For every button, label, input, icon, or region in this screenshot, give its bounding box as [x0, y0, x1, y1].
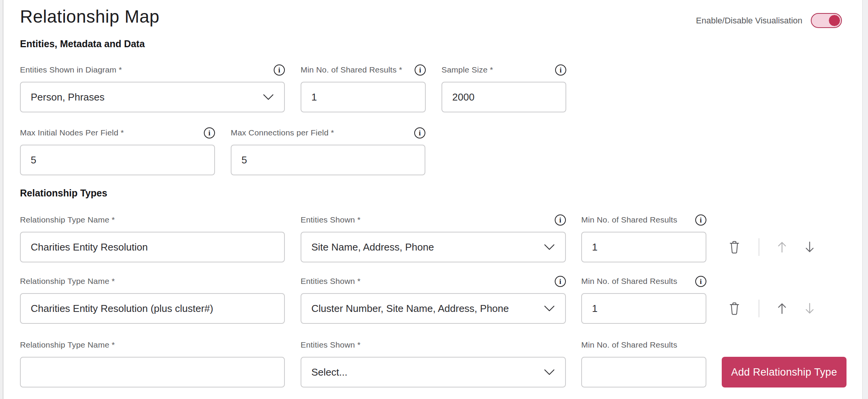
- field-relationship-type-name: Relationship Type Name *: [20, 339, 285, 387]
- max-initial-nodes-input[interactable]: [20, 145, 215, 175]
- field-entities-shown: Entities Shown * i Cluster Number, Site …: [301, 275, 566, 324]
- field-label: Relationship Type Name *: [20, 277, 115, 286]
- entities-shown-in-diagram-select[interactable]: Person, Phrases: [20, 82, 285, 112]
- entities-metadata-row-2: Max Initial Nodes Per Field * i Max Conn…: [20, 127, 849, 175]
- field-label: Relationship Type Name *: [20, 215, 115, 224]
- field-label: Entities Shown *: [301, 215, 360, 224]
- field-label: Max Initial Nodes Per Field *: [20, 128, 124, 137]
- select-value: Person, Phrases: [31, 91, 104, 103]
- section-heading-entities: Entities, Metadata and Data: [20, 38, 849, 49]
- field-max-connections: Max Connections per Field * i: [231, 127, 425, 175]
- chevron-down-icon: [263, 94, 274, 101]
- field-entities-shown: Entities Shown * i Site Name, Address, P…: [301, 214, 566, 262]
- relationship-type-name-input[interactable]: [20, 357, 285, 387]
- page-title: Relationship Map: [20, 6, 849, 27]
- min-shared-results-input[interactable]: [301, 82, 426, 112]
- info-icon[interactable]: i: [695, 276, 706, 287]
- field-max-initial-nodes: Max Initial Nodes Per Field * i: [20, 127, 215, 175]
- select-value: Cluster Number, Site Name, Address, Phon…: [311, 303, 509, 315]
- chevron-down-icon: [544, 244, 555, 251]
- entities-shown-select[interactable]: Site Name, Address, Phone: [301, 232, 566, 262]
- select-placeholder: Select...: [311, 366, 347, 378]
- field-label: Min No. of Shared Results *: [301, 65, 402, 74]
- info-icon[interactable]: i: [555, 64, 566, 76]
- chevron-down-icon: [544, 305, 555, 312]
- chevron-down-icon: [544, 369, 555, 376]
- field-label: Entities Shown *: [301, 277, 360, 286]
- arrow-up-icon[interactable]: [776, 241, 788, 253]
- entities-shown-select[interactable]: Select...: [301, 357, 566, 387]
- row-action-icons: [729, 293, 815, 324]
- relationship-type-name-input[interactable]: [20, 232, 285, 262]
- row-action-icons: [729, 232, 815, 262]
- field-label: Entities Shown in Diagram *: [20, 65, 122, 74]
- min-shared-results-input[interactable]: [581, 293, 706, 324]
- field-relationship-type-name: Relationship Type Name *: [20, 214, 285, 262]
- min-shared-results-input[interactable]: [581, 357, 706, 387]
- info-icon[interactable]: i: [274, 64, 285, 76]
- field-label: Min No. of Shared Results: [581, 215, 677, 224]
- left-panel-edge: [0, 0, 3, 399]
- add-relationship-type-button[interactable]: Add Relationship Type: [722, 357, 847, 387]
- field-label: Min No. of Shared Results: [581, 340, 677, 350]
- info-icon[interactable]: i: [555, 276, 566, 287]
- trash-icon[interactable]: [729, 240, 740, 254]
- field-label: Relationship Type Name *: [20, 340, 115, 350]
- field-entities-shown-in-diagram: Entities Shown in Diagram * i Person, Ph…: [20, 64, 285, 112]
- icons-divider: [759, 300, 759, 317]
- arrow-down-icon[interactable]: [804, 302, 815, 315]
- field-min-shared-results: Min No. of Shared Results * i: [301, 64, 426, 112]
- field-min-shared-results: Min No. of Shared Results: [581, 339, 706, 387]
- field-label: Entities Shown *: [301, 340, 360, 350]
- relationship-type-name-input[interactable]: [20, 293, 285, 324]
- field-relationship-type-name: Relationship Type Name *: [20, 275, 285, 324]
- arrow-up-icon[interactable]: [776, 302, 788, 315]
- field-min-shared-results: Min No. of Shared Results i: [581, 275, 706, 324]
- info-icon[interactable]: i: [204, 127, 215, 138]
- icons-divider: [759, 238, 759, 256]
- info-icon[interactable]: i: [414, 127, 425, 138]
- relationship-type-row-2: Relationship Type Name * Entities Shown …: [20, 275, 849, 324]
- field-sample-size: Sample Size * i: [441, 64, 566, 112]
- entities-metadata-row-1: Entities Shown in Diagram * i Person, Ph…: [20, 64, 849, 112]
- relationship-type-row-1: Relationship Type Name * Entities Shown …: [20, 214, 849, 262]
- sample-size-input[interactable]: [441, 82, 566, 112]
- section-heading-relationship-types: Relationship Types: [20, 188, 849, 199]
- info-icon[interactable]: i: [555, 214, 566, 226]
- info-icon[interactable]: i: [415, 64, 426, 76]
- field-label: Min No. of Shared Results: [581, 277, 677, 286]
- select-value: Site Name, Address, Phone: [311, 241, 434, 253]
- vertical-scrollbar[interactable]: [862, 0, 868, 399]
- field-min-shared-results: Min No. of Shared Results i: [581, 214, 706, 262]
- field-label: Max Connections per Field *: [231, 128, 334, 137]
- arrow-down-icon[interactable]: [804, 241, 815, 253]
- info-icon[interactable]: i: [695, 214, 706, 226]
- trash-icon[interactable]: [729, 302, 740, 315]
- min-shared-results-input[interactable]: [581, 232, 706, 262]
- field-entities-shown: Entities Shown * Select...: [301, 339, 566, 387]
- max-connections-input[interactable]: [231, 145, 425, 175]
- entities-shown-select[interactable]: Cluster Number, Site Name, Address, Phon…: [301, 293, 566, 324]
- relationship-type-row-new: Relationship Type Name * Entities Shown …: [20, 339, 849, 387]
- field-label: Sample Size *: [441, 65, 493, 74]
